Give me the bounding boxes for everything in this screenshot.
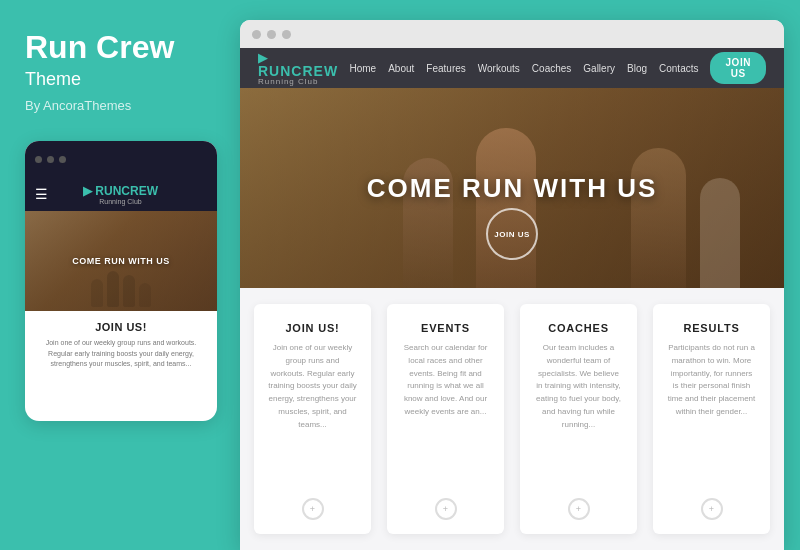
website-logo: ▶ RUNCREW Running Club (258, 50, 349, 86)
feature-card-text-0: Join one of our weekly group runs and wo… (268, 342, 357, 488)
nav-link-coaches[interactable]: Coaches (532, 63, 571, 74)
feature-card-title-2: COACHES (548, 322, 609, 334)
feature-card-0: JOIN US! Join one of our weekly group ru… (254, 304, 371, 534)
feature-card-text-1: Search our calendar for local races and … (401, 342, 490, 488)
app-author: By AncoraThemes (25, 98, 215, 113)
mobile-logo-arrow: ▶ (83, 184, 92, 198)
feature-card-text-3: Participants do not run a marathon to wi… (667, 342, 756, 488)
browser-dot-2 (267, 30, 276, 39)
nav-join-button[interactable]: JOIN US (710, 52, 766, 84)
feature-card-text-2: Our team includes a wonderful team of sp… (534, 342, 623, 488)
feature-cards: JOIN US! Join one of our weekly group ru… (240, 288, 784, 550)
nav-link-contacts[interactable]: Contacts (659, 63, 698, 74)
feature-card-1: EVENTS Search our calendar for local rac… (387, 304, 504, 534)
nav-link-workouts[interactable]: Workouts (478, 63, 520, 74)
feature-card-icon-1[interactable]: + (435, 498, 457, 520)
mobile-hero-text: COME RUN WITH US (72, 256, 170, 266)
website-nav-links: Home About Features Workouts Coaches Gal… (349, 52, 766, 84)
hero-join-button[interactable]: JOIN US (486, 208, 538, 260)
hero-title: COME RUN WITH US (367, 173, 658, 204)
feature-card-icon-3[interactable]: + (701, 498, 723, 520)
mobile-mockup: ☰ ▶ RUNCREW Running Club COME RUN WITH U… (25, 141, 217, 421)
app-title: Run Crew (25, 30, 215, 65)
feature-card-icon-2[interactable]: + (568, 498, 590, 520)
feature-card-icon-0[interactable]: + (302, 498, 324, 520)
website-content: ▶ RUNCREW Running Club Home About Featur… (240, 48, 784, 550)
hero-runner-right (631, 148, 686, 288)
nav-link-home[interactable]: Home (349, 63, 376, 74)
feature-card-title-3: RESULTS (683, 322, 739, 334)
nav-link-features[interactable]: Features (426, 63, 465, 74)
feature-card-3: RESULTS Participants do not run a marath… (653, 304, 770, 534)
feature-card-2: COACHES Our team includes a wonderful te… (520, 304, 637, 534)
mobile-join-section: JOIN US! Join one of our weekly group ru… (25, 311, 217, 376)
mobile-top-bar (25, 141, 217, 177)
nav-link-gallery[interactable]: Gallery (583, 63, 615, 74)
mobile-join-title: JOIN US! (37, 321, 205, 333)
website-hero: COME RUN WITH US JOIN US (240, 88, 784, 288)
browser-dot-3 (282, 30, 291, 39)
nav-link-blog[interactable]: Blog (627, 63, 647, 74)
browser-top-bar (240, 20, 784, 48)
mobile-join-text: Join one of our weekly group runs and wo… (37, 338, 205, 370)
mobile-runners (25, 261, 217, 311)
website-nav: ▶ RUNCREW Running Club Home About Featur… (240, 48, 784, 88)
feature-card-title-1: EVENTS (421, 322, 470, 334)
browser-mockup: ▶ RUNCREW Running Club Home About Featur… (240, 20, 784, 550)
mobile-dot-1 (35, 156, 42, 163)
mobile-dot-3 (59, 156, 66, 163)
left-panel: Run Crew Theme By AncoraThemes ☰ ▶ RUNCR… (0, 0, 240, 550)
mobile-logo: ▶ RUNCREW (83, 184, 158, 198)
mobile-dot-2 (47, 156, 54, 163)
website-logo-main: ▶ RUNCREW (258, 50, 349, 78)
feature-card-title-0: JOIN US! (285, 322, 339, 334)
mobile-nav: ☰ ▶ RUNCREW Running Club (25, 177, 217, 211)
mobile-logo-sub: Running Club (83, 198, 158, 205)
mobile-hero: COME RUN WITH US (25, 211, 217, 311)
hero-runner-far-right (700, 178, 740, 288)
nav-link-about[interactable]: About (388, 63, 414, 74)
website-logo-sub: Running Club (258, 78, 349, 86)
app-subtitle: Theme (25, 69, 215, 90)
browser-dot-1 (252, 30, 261, 39)
hamburger-icon[interactable]: ☰ (35, 186, 48, 202)
